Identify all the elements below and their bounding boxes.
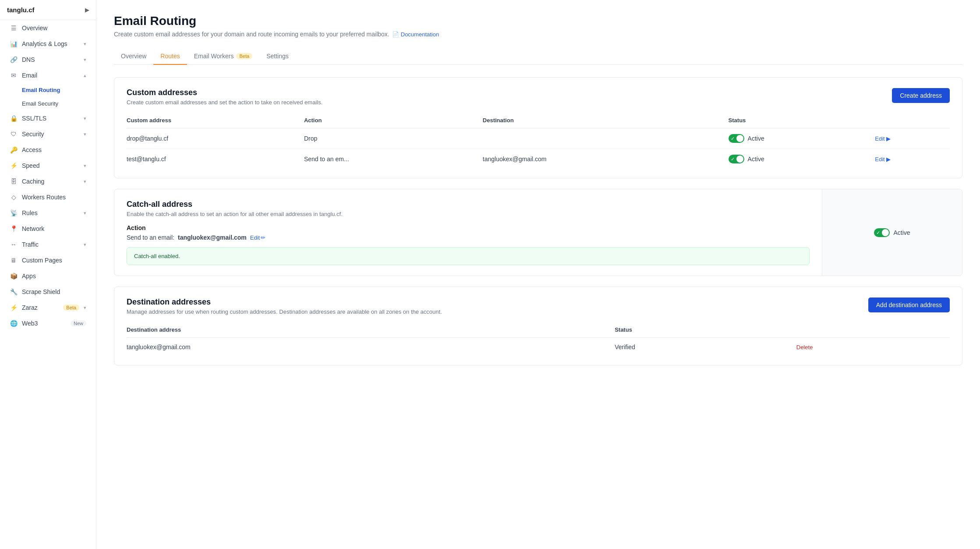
edit-pencil-icon: ✏: [261, 234, 265, 241]
sidebar-item-access[interactable]: 🔑 Access: [3, 142, 93, 157]
main-content: Email Routing Create custom email addres…: [96, 0, 980, 549]
documentation-link[interactable]: 📄 Documentation: [392, 31, 439, 38]
sidebar-item-web3[interactable]: 🌐 Web3 New: [3, 316, 93, 331]
destination-header: Destination addresses Manage addresses f…: [114, 287, 962, 322]
delete-link[interactable]: Delete: [796, 344, 813, 351]
page-subtitle: Create custom email addresses for your d…: [114, 31, 962, 38]
col-action: Action: [304, 113, 483, 128]
col-destination-address: Destination address: [127, 322, 615, 338]
sidebar-item-label: Network: [22, 225, 86, 232]
sidebar-item-traffic[interactable]: ↔ Traffic ▾: [3, 237, 93, 252]
brand[interactable]: tanglu.cf ▶: [0, 0, 96, 20]
action-cell: Send to an em...: [304, 149, 483, 170]
dns-icon: 🔗: [10, 56, 18, 63]
tab-overview[interactable]: Overview: [114, 48, 153, 65]
check-icon: ✓: [731, 136, 735, 142]
sidebar-item-label: Rules: [22, 209, 79, 216]
catch-all-edit-link[interactable]: Edit ✏: [250, 234, 265, 241]
col-status: Status: [729, 113, 875, 128]
sidebar-item-email-routing[interactable]: Email Routing: [3, 84, 93, 96]
traffic-icon: ↔: [10, 241, 18, 248]
sidebar: tanglu.cf ▶ ☰ Overview 📊 Analytics & Log…: [0, 0, 96, 549]
subtitle-text: Create custom email addresses for your d…: [114, 31, 389, 38]
key-icon: 🔑: [10, 146, 18, 153]
sidebar-item-overview[interactable]: ☰ Overview: [3, 21, 93, 35]
col-status: Status: [615, 322, 796, 338]
sidebar-item-label: DNS: [22, 56, 79, 63]
sidebar-item-speed[interactable]: ⚡ Speed ▾: [3, 158, 93, 173]
sidebar-item-security[interactable]: 🛡 Security ▾: [3, 127, 93, 142]
sidebar-item-label: Custom Pages: [22, 257, 86, 264]
brand-name: tanglu.cf: [7, 6, 35, 14]
table-row: test@tanglu.cf Send to an em... tangluok…: [127, 149, 950, 170]
zaraz-icon: ⚡: [10, 304, 18, 311]
chevron-down-icon: ▾: [84, 179, 86, 184]
col-actions: [875, 113, 950, 128]
destination-addresses-card: Destination addresses Manage addresses f…: [114, 287, 962, 365]
doc-link-text: Documentation: [401, 31, 439, 38]
action-label: Action: [127, 224, 810, 231]
sidebar-item-dns[interactable]: 🔗 DNS ▾: [3, 52, 93, 67]
custom-addresses-table-wrap: Custom address Action Destination Status…: [114, 113, 962, 178]
sidebar-item-email-security[interactable]: Email Security: [3, 97, 93, 110]
table-header-row: Destination address Status: [127, 322, 950, 338]
chevron-up-icon: ▴: [84, 73, 86, 78]
sidebar-item-rules[interactable]: 📡 Rules ▾: [3, 205, 93, 220]
destination-header-text: Destination addresses Manage addresses f…: [127, 298, 442, 315]
chevron-down-icon: ▾: [84, 116, 86, 121]
sidebar-item-zaraz[interactable]: ⚡ Zaraz Beta ▾: [3, 300, 93, 315]
edit-link[interactable]: Edit ▶: [875, 135, 945, 142]
col-delete: [796, 322, 950, 338]
tab-email-workers-label: Email Workers: [194, 53, 234, 60]
custom-addresses-card: Custom addresses Create custom email add…: [114, 77, 962, 178]
sidebar-item-ssl[interactable]: 🔒 SSL/TLS ▾: [3, 111, 93, 126]
catch-all-banner: Catch-all enabled.: [127, 247, 810, 265]
destination-table-wrap: Destination address Status tangluokex@gm…: [114, 322, 962, 365]
sidebar-item-scrape-shield[interactable]: 🔧 Scrape Shield: [3, 284, 93, 299]
sidebar-item-apps[interactable]: 📦 Apps: [3, 269, 93, 283]
tab-settings[interactable]: Settings: [259, 48, 296, 65]
edit-link[interactable]: Edit ▶: [875, 156, 945, 163]
chevron-down-icon: ▾: [84, 41, 86, 47]
catch-all-header: Catch-all address Enable the catch-all a…: [114, 189, 822, 224]
workers-icon: ◇: [10, 194, 18, 201]
custom-address-cell: test@tanglu.cf: [127, 149, 304, 170]
catch-all-toggle[interactable]: ✓: [874, 228, 890, 237]
sidebar-item-analytics[interactable]: 📊 Analytics & Logs ▾: [3, 36, 93, 51]
sidebar-item-caching[interactable]: 🗄 Caching ▾: [3, 174, 93, 189]
tab-routes-label: Routes: [160, 53, 180, 60]
chevron-down-icon: ▾: [84, 210, 86, 216]
sidebar-item-network[interactable]: 📍 Network: [3, 221, 93, 236]
tab-routes[interactable]: Routes: [153, 48, 187, 65]
col-custom-address: Custom address: [127, 113, 304, 128]
col-destination: Destination: [483, 113, 729, 128]
tab-email-workers[interactable]: Email Workers Beta: [187, 48, 259, 65]
create-address-button[interactable]: Create address: [892, 88, 950, 103]
status-label: Active: [748, 135, 764, 142]
sidebar-item-label: Overview: [22, 25, 86, 32]
chevron-down-icon: ▾: [84, 242, 86, 248]
custom-addresses-header: Custom addresses Create custom email add…: [114, 78, 962, 113]
add-destination-button[interactable]: Add destination address: [868, 298, 950, 312]
sidebar-item-label: Scrape Shield: [22, 288, 86, 295]
sidebar-item-label: Email: [22, 72, 79, 79]
custom-address-cell: drop@tanglu.cf: [127, 128, 304, 149]
apps-icon: 📦: [10, 273, 18, 280]
sidebar-item-email[interactable]: ✉ Email ▴: [3, 68, 93, 83]
tabs-nav: Overview Routes Email Workers Beta Setti…: [114, 48, 962, 65]
overview-icon: ☰: [10, 25, 18, 32]
catch-all-body: Action Send to an email: tangluokex@gmai…: [114, 224, 822, 276]
sidebar-item-workers[interactable]: ◇ Workers Routes: [3, 190, 93, 205]
status-toggle[interactable]: ✓: [729, 134, 744, 143]
network-icon: 📍: [10, 225, 18, 232]
status-toggle[interactable]: ✓: [729, 155, 744, 163]
sidebar-item-custom-pages[interactable]: 🖥 Custom Pages: [3, 253, 93, 268]
sidebar-item-label: Zaraz: [22, 304, 59, 311]
zaraz-badge: Beta: [63, 305, 79, 311]
sidebar-item-label: Access: [22, 146, 86, 153]
sidebar-item-label: Apps: [22, 273, 86, 280]
email-workers-badge: Beta: [236, 53, 252, 59]
action-cell: Drop: [304, 128, 483, 149]
catch-all-right: ✓ Active: [822, 189, 962, 276]
status-label: Active: [748, 156, 764, 163]
